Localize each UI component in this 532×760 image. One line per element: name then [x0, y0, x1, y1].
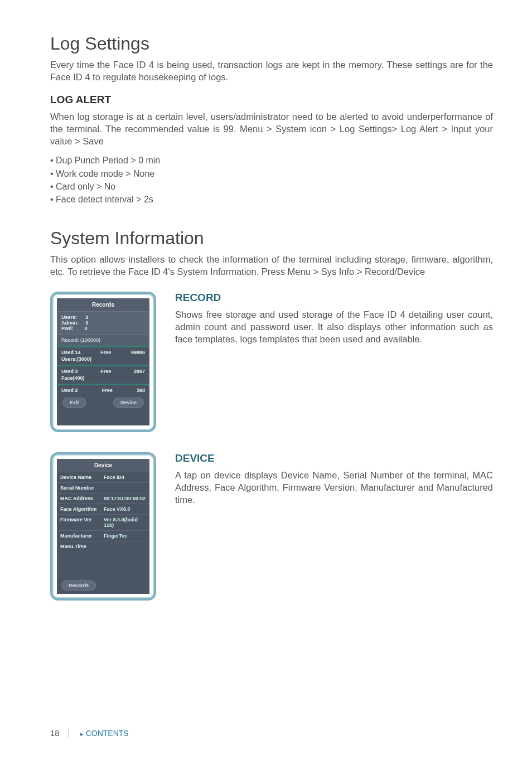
arrow-right-icon: ▸ [80, 730, 84, 737]
bullet-item: • Work code mode > None [50, 167, 493, 180]
row2-sub: Face(400) [57, 375, 149, 384]
device-body: A tap on device displays Device Name, Se… [175, 469, 493, 506]
row3-used: Used 2 [61, 388, 78, 393]
row3-val: 398 [137, 388, 145, 393]
system-info-intro: This option allows installers to check t… [50, 253, 493, 278]
row2-used: Used 3 [61, 369, 78, 374]
log-settings-intro: Every time the Face ID 4 is being used, … [50, 59, 493, 84]
device-screen-title: Device [57, 459, 149, 472]
device-heading: DEVICE [175, 452, 493, 464]
row1-free: Free [100, 350, 111, 355]
users-label: Users: [61, 314, 77, 320]
dev-label: MAC Address [60, 496, 104, 501]
record-heading: RECORD [175, 292, 493, 304]
pwd-label: Pwd: [61, 326, 74, 331]
device-row: Serial Number [57, 482, 149, 493]
device-row: Manu.Time [57, 541, 149, 551]
records-row-1: Used 14 Free 99986 [57, 347, 149, 356]
record-total-label: Record: (100000) [57, 334, 149, 346]
dev-value: Face VX8.0 [104, 506, 130, 512]
dev-value: Face ID4 [104, 475, 124, 480]
row1-val: 99986 [131, 350, 145, 355]
device-row: Device Name Face ID4 [57, 472, 149, 482]
record-body: Shows free storage and used storage of t… [175, 308, 493, 346]
dev-value: FingerTec [104, 533, 127, 539]
device-row: Firmware Ver Ver 8.0.0(build 116) [57, 514, 149, 530]
dev-value: Ver 8.0.0(build 116) [104, 517, 146, 528]
device-row: Face Algorithm Face VX8.0 [57, 504, 149, 514]
dev-label: Device Name [60, 475, 104, 480]
log-alert-heading: LOG ALERT [50, 94, 493, 106]
log-alert-bullets: • Dup Punch Period > 0 min • Work code m… [50, 154, 493, 206]
users-value: 3 [85, 314, 88, 320]
records-screenshot: Records Users: 3 Admin: 0 Pwd: 0 Record:… [50, 292, 156, 432]
dev-label: Face Algorithm [60, 506, 104, 512]
log-settings-title: Log Settings [50, 33, 493, 54]
row2-val: 2997 [134, 369, 145, 374]
dev-label: Manufacturer [60, 533, 104, 539]
records-button[interactable]: Records [61, 580, 96, 590]
admin-label: Admin: [61, 320, 79, 326]
log-alert-body: When log storage is at a certain level, … [50, 110, 493, 148]
dev-label: Manu.Time [60, 544, 104, 549]
bullet-item: • Face detect interval > 2s [50, 193, 493, 206]
device-screenshot: Device Device Name Face ID4 Serial Numbe… [50, 452, 156, 601]
device-row: MAC Address 00:17:61:00:00:02 [57, 493, 149, 504]
row2-free: Free [100, 369, 111, 374]
bullet-item: • Card only > No [50, 180, 493, 193]
dev-label: Serial Number [60, 485, 104, 491]
dev-value: 00:17:61:00:00:02 [104, 496, 146, 501]
dev-label: Firmware Ver [60, 517, 104, 528]
row3-free: Free [102, 388, 113, 393]
records-header-block: Users: 3 Admin: 0 Pwd: 0 [57, 311, 149, 334]
bullet-item: • Dup Punch Period > 0 min [50, 154, 493, 167]
pwd-value: 0 [85, 326, 88, 331]
exit-button[interactable]: Exit [62, 398, 86, 408]
contents-link[interactable]: ▸CONTENTS [80, 729, 129, 738]
row1-used: Used 14 [61, 350, 81, 355]
system-info-title: System Information [50, 228, 493, 249]
admin-value: 0 [86, 320, 89, 326]
device-row: Manufacturer FingerTec [57, 530, 149, 541]
device-button[interactable]: Device [113, 398, 144, 408]
records-row-2: Used 3 Free 2997 [57, 366, 149, 375]
row1-sub: Users:(3000) [57, 356, 149, 365]
records-row-3: Used 2 Free 398 [57, 385, 149, 394]
page-number: 18 [50, 728, 69, 738]
contents-label: CONTENTS [86, 729, 129, 738]
records-screen-title: Records [57, 298, 149, 311]
